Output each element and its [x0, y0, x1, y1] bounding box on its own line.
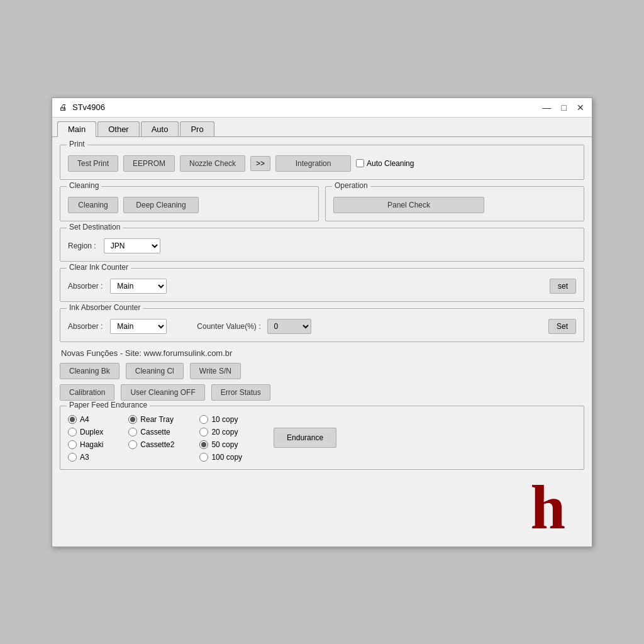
- cleaning-bk-button[interactable]: Cleaning Bk: [60, 363, 119, 379]
- operation-group: Operation Panel Check: [325, 186, 584, 221]
- region-label: Region :: [68, 242, 96, 250]
- cleaning-cl-button[interactable]: Cleaning Cl: [126, 363, 184, 379]
- user-cleaning-off-button[interactable]: User Cleaning OFF: [121, 384, 204, 401]
- h-logo: h: [530, 476, 565, 539]
- novas-text: Novas Funções - Site: www.forumsulink.co…: [60, 348, 584, 358]
- radio-cassette[interactable]: Cassette: [128, 428, 174, 436]
- eeprom-button[interactable]: EEPROM: [123, 155, 175, 172]
- paper-size-col: A4 Duplex Hagaki A3: [68, 415, 103, 462]
- cleaning-group: Cleaning Cleaning Deep Cleaning: [60, 186, 319, 221]
- novas-section: Novas Funções - Site: www.forumsulink.co…: [60, 348, 584, 401]
- auto-cleaning-label: Auto Cleaning: [367, 159, 414, 168]
- ink-absorber-label: Ink Absorber Counter: [67, 303, 143, 312]
- counter-value-label: Counter Value(%) :: [197, 322, 260, 331]
- region-select[interactable]: JPN US EU: [104, 238, 160, 253]
- absorber-select-1[interactable]: Main Sub: [110, 279, 167, 294]
- radio-rear-tray[interactable]: Rear Tray: [128, 415, 174, 424]
- absorber-select-2[interactable]: Main Sub: [110, 319, 167, 334]
- deep-cleaning-button[interactable]: Deep Cleaning: [123, 197, 199, 213]
- radio-20-copy[interactable]: 20 copy: [199, 428, 242, 436]
- counter-value-select[interactable]: 0 10 20 50 100: [267, 319, 311, 334]
- h-logo-container: h: [60, 476, 584, 539]
- main-window: 🖨 STv4906 — □ ✕ Main Other Auto Pro Prin…: [52, 97, 592, 547]
- nozzle-check-button[interactable]: Nozzle Check: [180, 155, 245, 172]
- clear-ink-label: Clear Ink Counter: [67, 263, 131, 272]
- tab-bar: Main Other Auto Pro: [52, 118, 592, 137]
- error-status-button[interactable]: Error Status: [211, 384, 270, 401]
- absorber-label-2: Absorber :: [68, 322, 103, 331]
- radio-100-copy[interactable]: 100 copy: [199, 453, 242, 462]
- radio-a4[interactable]: A4: [68, 415, 103, 424]
- tab-pro[interactable]: Pro: [180, 121, 214, 136]
- print-group: Print Test Print EEPROM Nozzle Check >> …: [60, 145, 584, 180]
- set-destination-label: Set Destination: [67, 223, 123, 231]
- app-icon: 🖨: [57, 102, 69, 113]
- write-sn-button[interactable]: Write S/N: [190, 363, 241, 379]
- operation-group-label: Operation: [332, 181, 370, 190]
- auto-cleaning-checkbox[interactable]: [356, 159, 364, 167]
- ink-absorber-set-button[interactable]: Set: [548, 319, 576, 334]
- radio-cassette2[interactable]: Cassette2: [128, 440, 174, 449]
- radio-hagaki[interactable]: Hagaki: [68, 440, 103, 449]
- set-destination-group: Set Destination Region : JPN US EU: [60, 228, 584, 262]
- endurance-button[interactable]: Endurance: [274, 428, 336, 448]
- tray-col: Rear Tray Cassette Cassette2: [128, 415, 174, 449]
- clear-ink-group: Clear Ink Counter Absorber : Main Sub se…: [60, 268, 584, 302]
- radio-50-copy[interactable]: 50 copy: [199, 440, 242, 449]
- maximize-button[interactable]: □: [559, 103, 569, 113]
- absorber-label-1: Absorber :: [68, 282, 103, 291]
- print-group-label: Print: [67, 140, 87, 148]
- radio-a3[interactable]: A3: [68, 453, 103, 462]
- arrow-button[interactable]: >>: [250, 156, 270, 171]
- integration-button[interactable]: Integration: [275, 155, 351, 172]
- test-print-button[interactable]: Test Print: [68, 155, 118, 172]
- cleaning-group-label: Cleaning: [67, 181, 101, 190]
- tab-main[interactable]: Main: [57, 121, 96, 137]
- minimize-button[interactable]: —: [540, 103, 554, 113]
- main-content: Print Test Print EEPROM Nozzle Check >> …: [52, 137, 592, 547]
- tab-other[interactable]: Other: [97, 121, 140, 136]
- copy-count-col: 10 copy 20 copy 50 copy 100 copy: [199, 415, 242, 462]
- title-bar: 🖨 STv4906 — □ ✕: [52, 98, 592, 118]
- window-title: STv4906: [72, 103, 105, 112]
- cleaning-button[interactable]: Cleaning: [68, 197, 118, 213]
- radio-10-copy[interactable]: 10 copy: [199, 415, 242, 424]
- radio-duplex[interactable]: Duplex: [68, 428, 103, 436]
- paper-feed-group: Paper Feed Endurance A4 Duplex Hagaki A3: [60, 406, 584, 470]
- ink-absorber-group: Ink Absorber Counter Absorber : Main Sub…: [60, 308, 584, 342]
- clear-ink-set-button[interactable]: set: [550, 279, 576, 294]
- auto-cleaning-checkbox-label[interactable]: Auto Cleaning: [356, 159, 414, 168]
- paper-feed-label: Paper Feed Endurance: [67, 401, 150, 409]
- tab-auto[interactable]: Auto: [141, 121, 179, 136]
- close-button[interactable]: ✕: [574, 103, 587, 113]
- panel-check-button[interactable]: Panel Check: [333, 197, 484, 213]
- calibration-button[interactable]: Calibration: [60, 384, 114, 401]
